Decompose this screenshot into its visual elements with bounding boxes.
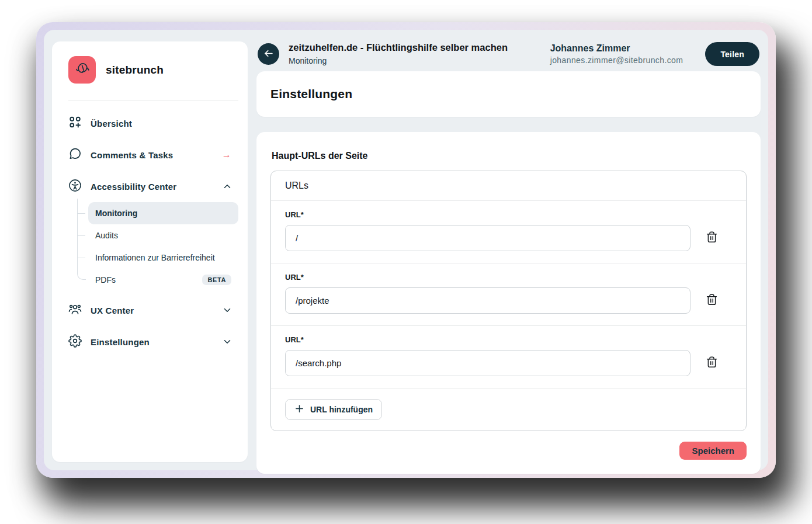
sidebar-item-ux-center[interactable]: UX Center [68, 294, 238, 326]
section-title: Haupt-URLs der Seite [272, 151, 747, 161]
save-button[interactable]: Speichern [679, 442, 747, 460]
sidebar-subitem-label: PDFs [95, 275, 116, 284]
page-title-card: Einstellungen [256, 71, 761, 117]
sidebar-item-comments-tasks[interactable]: Comments & Tasks → [68, 139, 238, 171]
sidebar-item-uebersicht[interactable]: Übersicht [68, 107, 238, 139]
settings-card: Haupt-URLs der Seite URLs URL* [256, 132, 761, 474]
main-area: zeitzuhelfen.de - Flüchtlingshilfe selbe… [256, 41, 761, 462]
trash-icon [706, 293, 718, 308]
sidebar-subitem-barrierefreiheit-info[interactable]: Informationen zur Barrierefreiheit [88, 247, 238, 269]
sidebar-item-label: Accessibility Center [91, 182, 176, 192]
sidebar-subitem-label: Informationen zur Barrierefreiheit [95, 253, 215, 262]
url-input-3[interactable] [285, 350, 690, 376]
sidebar-subitem-monitoring[interactable]: Monitoring [88, 202, 238, 224]
delete-url-button-1[interactable] [706, 231, 718, 245]
urls-box: URLs URL* [270, 171, 747, 431]
chevron-down-icon [222, 305, 233, 315]
user-email: johannes.zimmer@sitebrunch.com [550, 55, 683, 65]
share-button[interactable]: Teilen [705, 42, 759, 66]
page-title: Einstellungen [270, 87, 747, 101]
back-button[interactable] [258, 43, 279, 65]
title-block: zeitzuhelfen.de - Flüchtlingshilfe selbe… [289, 42, 508, 66]
trash-icon [706, 231, 718, 245]
url-input-1[interactable] [285, 225, 690, 251]
accessibility-icon [68, 179, 82, 194]
urls-box-footer: URL hinzufügen [271, 388, 746, 431]
chevron-up-icon [222, 181, 233, 192]
arrow-left-icon [263, 48, 274, 61]
url-input-2[interactable] [285, 287, 690, 314]
site-title: zeitzuhelfen.de - Flüchtlingshilfe selbe… [289, 42, 508, 54]
beta-badge: BETA [202, 275, 231, 285]
sidebar-subitem-label: Monitoring [95, 209, 137, 218]
dashboard-icon [68, 116, 82, 131]
actions-row: Speichern [270, 442, 747, 460]
site-subtitle: Monitoring [289, 56, 508, 66]
user-block: Johannes Zimmer johannes.zimmer@sitebrun… [550, 43, 683, 65]
sidebar-subitem-label: Audits [95, 231, 118, 240]
trash-icon [706, 356, 718, 370]
sidebar-item-label: UX Center [91, 306, 134, 315]
sidebar-subitem-audits[interactable]: Audits [88, 224, 238, 247]
sidebar-item-label: Comments & Tasks [91, 150, 173, 160]
gear-icon [68, 334, 82, 349]
group-icon [68, 303, 82, 318]
sidebar-item-einstellungen[interactable]: Einstellungen [68, 326, 238, 358]
brand: sitebrunch [68, 56, 238, 84]
sidebar: sitebrunch Übersicht [52, 41, 248, 462]
chevron-down-icon [222, 336, 233, 347]
croissant-icon [74, 60, 91, 80]
sidebar-item-accessibility-center[interactable]: Accessibility Center [68, 171, 238, 202]
add-url-label: URL hinzufügen [310, 405, 373, 414]
add-url-button[interactable]: URL hinzufügen [285, 399, 382, 420]
url-field-label: URL* [285, 210, 732, 219]
pink-arrow-icon: → [222, 150, 233, 160]
url-row: URL* [271, 201, 746, 263]
url-field-label: URL* [285, 335, 732, 344]
comments-icon [68, 147, 82, 162]
url-row: URL* [271, 263, 746, 326]
plus-icon [294, 404, 304, 415]
urls-box-title: URLs [271, 171, 746, 201]
url-row: URL* [271, 326, 746, 388]
topbar: zeitzuhelfen.de - Flüchtlingshilfe selbe… [258, 42, 759, 66]
app-window: sitebrunch Übersicht [36, 22, 776, 478]
sidebar-item-label: Einstellungen [91, 337, 150, 347]
sidebar-item-label: Übersicht [91, 119, 132, 129]
sidebar-subitem-pdfs[interactable]: PDFs BETA [88, 269, 238, 291]
url-field-label: URL* [285, 273, 732, 282]
accessibility-subtree: Monitoring Audits Informationen zur Barr… [68, 202, 238, 291]
user-name: Johannes Zimmer [550, 43, 683, 54]
brand-logo [68, 56, 96, 84]
app-canvas: sitebrunch Übersicht [44, 30, 768, 470]
delete-url-button-2[interactable] [706, 293, 718, 308]
sidebar-divider [68, 100, 238, 100]
brand-name: sitebrunch [106, 64, 164, 77]
delete-url-button-3[interactable] [706, 356, 718, 370]
